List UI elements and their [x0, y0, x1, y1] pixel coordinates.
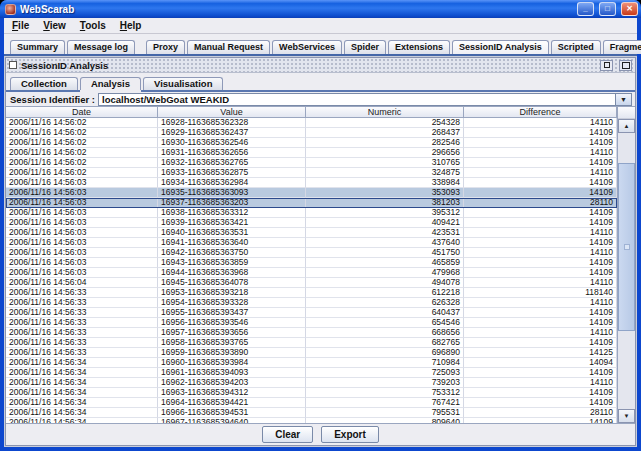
table-row[interactable]: 2006/11/16 14:56:3316953-116368539321861…	[6, 288, 617, 298]
close-button[interactable]: ✕	[621, 2, 638, 16]
frame-maximize-button[interactable]	[619, 60, 632, 71]
cell-date: 2006/11/16 14:56:04	[6, 278, 158, 288]
scrollbar-down-button[interactable]: ▼	[618, 409, 635, 423]
table-row[interactable]: 2006/11/16 14:56:0316940-116368536353142…	[6, 228, 617, 238]
cell-date: 2006/11/16 14:56:03	[6, 268, 158, 278]
cell-value: 16954-1163685393328	[158, 298, 306, 308]
tab-visualisation[interactable]: Visualisation	[143, 77, 223, 90]
table-row[interactable]: 2006/11/16 14:56:3416966-116368539453179…	[6, 408, 617, 418]
main-tab-extensions[interactable]: Extensions	[388, 40, 450, 54]
cell-difference: 14109	[464, 218, 617, 228]
menu-help[interactable]: Help	[114, 20, 148, 31]
scrollbar-track[interactable]	[618, 133, 635, 409]
cell-difference: 14109	[464, 368, 617, 378]
frame-titlebar[interactable]: SessionID Analysis	[6, 58, 635, 73]
table-row[interactable]: 2006/11/16 14:56:0316937-116368536320338…	[6, 198, 617, 208]
cell-value: 16939-1163685363421	[158, 218, 306, 228]
table-row[interactable]: 2006/11/16 14:56:3416960-116368539398471…	[6, 358, 617, 368]
window-titlebar[interactable]: WebScarab _ □ ✕	[0, 0, 641, 18]
session-identifier-combo[interactable]: localhost/WebGoat WEAKID ▼	[98, 93, 632, 106]
menu-bar: FileViewToolsHelp	[4, 18, 637, 34]
table-columns: DateValueNumericDifference 2006/11/16 14…	[6, 107, 617, 423]
main-tab-message-log[interactable]: Message log	[67, 40, 135, 54]
tab-analysis[interactable]: Analysis	[80, 77, 141, 90]
table-row[interactable]: 2006/11/16 14:56:0216929-116368536243726…	[6, 128, 617, 138]
cell-difference: 14109	[464, 268, 617, 278]
session-identifier-value: localhost/WebGoat WEAKID	[102, 94, 229, 105]
window-title: WebScarab	[20, 4, 572, 15]
table-row[interactable]: 2006/11/16 14:56:3316958-116368539376568…	[6, 338, 617, 348]
main-tab-proxy[interactable]: Proxy	[146, 40, 185, 54]
table-row[interactable]: 2006/11/16 14:56:3416962-116368539420373…	[6, 378, 617, 388]
column-header-numeric[interactable]: Numeric	[306, 107, 464, 117]
cell-value: 16945-1163685364078	[158, 278, 306, 288]
table-row[interactable]: 2006/11/16 14:56:3416963-116368539431275…	[6, 388, 617, 398]
table-row[interactable]: 2006/11/16 14:56:0316939-116368536342140…	[6, 218, 617, 228]
column-header-date[interactable]: Date	[6, 107, 158, 117]
table-row[interactable]: 2006/11/16 14:56:0216933-116368536287532…	[6, 168, 617, 178]
table-row[interactable]: 2006/11/16 14:56:0316942-116368536375045…	[6, 248, 617, 258]
tab-collection[interactable]: Collection	[10, 77, 78, 90]
cell-value: 16934-1163685362984	[158, 178, 306, 188]
cell-numeric: 353093	[306, 188, 464, 198]
table-row[interactable]: 2006/11/16 14:56:3416961-116368539409372…	[6, 368, 617, 378]
main-tab-manual-request[interactable]: Manual Request	[187, 40, 270, 54]
main-tab-webservices[interactable]: WebServices	[272, 40, 342, 54]
table-row[interactable]: 2006/11/16 14:56:0316943-116368536385946…	[6, 258, 617, 268]
table-row[interactable]: 2006/11/16 14:56:3316956-116368539354665…	[6, 318, 617, 328]
cell-difference: 14110	[464, 248, 617, 258]
main-tab-scripted[interactable]: Scripted	[551, 40, 601, 54]
clear-button[interactable]: Clear	[262, 426, 313, 443]
main-tab-spider[interactable]: Spider	[344, 40, 386, 54]
table-row[interactable]: 2006/11/16 14:56:0316941-116368536364043…	[6, 238, 617, 248]
menu-file[interactable]: File	[6, 20, 35, 31]
session-identifier-label: Session Identifier :	[10, 94, 95, 105]
main-tab-sessionid-analysis[interactable]: SessionID Analysis	[452, 40, 549, 54]
cell-date: 2006/11/16 14:56:02	[6, 128, 158, 138]
cell-value: 16956-1163685393546	[158, 318, 306, 328]
scrollbar-thumb[interactable]	[618, 163, 635, 331]
cell-date: 2006/11/16 14:56:34	[6, 398, 158, 408]
table-row[interactable]: 2006/11/16 14:56:0216932-116368536276531…	[6, 158, 617, 168]
scrollbar-up-button[interactable]: ▲	[618, 119, 635, 133]
export-button[interactable]: Export	[321, 426, 379, 443]
table-row[interactable]: 2006/11/16 14:56:0316934-116368536298433…	[6, 178, 617, 188]
cell-numeric: 753312	[306, 388, 464, 398]
table-row[interactable]: 2006/11/16 14:56:0316944-116368536396847…	[6, 268, 617, 278]
scrollbar-grip-icon	[624, 244, 630, 250]
menu-view[interactable]: View	[37, 20, 72, 31]
cell-difference: 14109	[464, 188, 617, 198]
table-row[interactable]: 2006/11/16 14:56:3316957-116368539365666…	[6, 328, 617, 338]
cell-difference: 14109	[464, 308, 617, 318]
cell-difference: 118140	[464, 288, 617, 298]
sessionid-analysis-frame: SessionID Analysis CollectionAnalysisVis…	[5, 57, 636, 446]
table-row[interactable]: 2006/11/16 14:56:3416964-116368539442176…	[6, 398, 617, 408]
cell-value: 16933-1163685362875	[158, 168, 306, 178]
table-row[interactable]: 2006/11/16 14:56:0316935-116368536309335…	[6, 188, 617, 198]
table-row[interactable]: 2006/11/16 14:56:0416945-116368536407849…	[6, 278, 617, 288]
menu-tools[interactable]: Tools	[74, 20, 112, 31]
cell-value: 16957-1163685393656	[158, 328, 306, 338]
table-row[interactable]: 2006/11/16 14:56:0216931-116368536265629…	[6, 148, 617, 158]
table-row[interactable]: 2006/11/16 14:56:0316938-116368536331239…	[6, 208, 617, 218]
cell-value: 16940-1163685363531	[158, 228, 306, 238]
frame-restore-button[interactable]	[600, 60, 613, 71]
column-header-difference[interactable]: Difference	[464, 107, 617, 117]
cell-date: 2006/11/16 14:56:02	[6, 158, 158, 168]
cell-difference: 14110	[464, 278, 617, 288]
cell-difference: 14109	[464, 158, 617, 168]
column-header-value[interactable]: Value	[158, 107, 306, 117]
minimize-button[interactable]: _	[577, 2, 594, 16]
table-row[interactable]: 2006/11/16 14:56:3316959-116368539389069…	[6, 348, 617, 358]
vertical-scrollbar[interactable]: ▲ ▼	[617, 107, 635, 423]
table-row[interactable]: 2006/11/16 14:56:3316955-116368539343764…	[6, 308, 617, 318]
cell-numeric: 696890	[306, 348, 464, 358]
main-tab-bar: SummaryMessage logProxyManual RequestWeb…	[4, 34, 637, 56]
maximize-button[interactable]: □	[599, 2, 616, 16]
table-row[interactable]: 2006/11/16 14:56:0216930-116368536254628…	[6, 138, 617, 148]
main-tab-fragments[interactable]: Fragments	[603, 40, 641, 54]
main-tab-summary[interactable]: Summary	[10, 40, 65, 54]
table-row[interactable]: 2006/11/16 14:56:3316954-116368539332862…	[6, 298, 617, 308]
table-row[interactable]: 2006/11/16 14:56:0216928-116368536232825…	[6, 118, 617, 128]
chevron-down-icon[interactable]: ▼	[615, 94, 631, 105]
